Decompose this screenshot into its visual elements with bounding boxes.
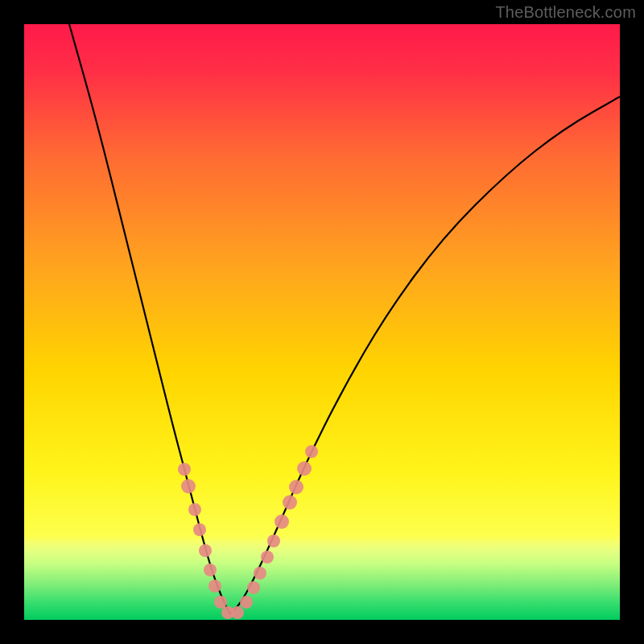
chart-svg	[24, 24, 620, 620]
plot-area	[24, 24, 620, 620]
data-marker	[297, 461, 312, 476]
data-marker	[214, 596, 227, 609]
watermark-text: TheBottleneck.com	[495, 3, 636, 22]
data-marker	[275, 514, 289, 529]
data-marker	[181, 479, 196, 493]
data-marker	[267, 535, 280, 547]
chart-frame: TheBottleneck.com	[0, 0, 644, 644]
data-marker	[283, 495, 297, 510]
gradient-background	[24, 24, 620, 620]
data-marker	[178, 463, 191, 476]
data-marker	[208, 580, 221, 592]
data-marker	[231, 606, 244, 619]
data-marker	[289, 480, 303, 494]
data-marker	[261, 551, 274, 564]
data-marker	[204, 564, 217, 576]
data-marker	[247, 581, 260, 594]
data-marker	[188, 503, 201, 516]
data-marker	[193, 523, 206, 536]
data-marker	[254, 567, 266, 580]
data-marker	[240, 596, 253, 609]
data-marker	[199, 544, 212, 557]
data-marker	[305, 445, 318, 458]
